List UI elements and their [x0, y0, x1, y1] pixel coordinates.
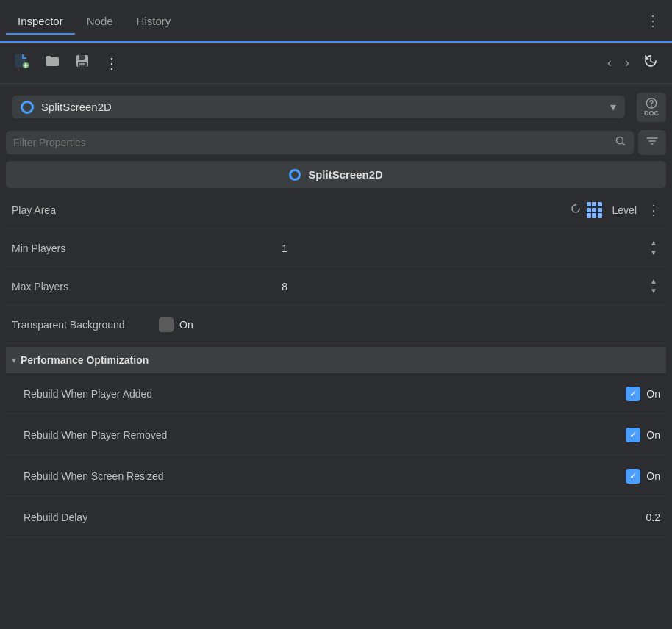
save-icon	[75, 54, 90, 72]
grid-dot	[587, 213, 591, 218]
max-players-value	[159, 281, 647, 292]
min-players-down-button[interactable]: ▼	[647, 248, 660, 257]
check-icon: ✓	[629, 430, 637, 439]
open-button[interactable]	[40, 51, 65, 74]
node-circle-icon	[21, 101, 34, 114]
nav-forward-button[interactable]: ›	[621, 52, 634, 73]
history-button[interactable]	[638, 50, 663, 76]
new-scene-icon	[13, 53, 29, 73]
transparent-bg-value: On	[159, 317, 660, 332]
perf-chevron-icon: ▾	[12, 355, 16, 365]
play-area-label: Play Area	[12, 204, 56, 216]
grid-dot	[587, 208, 591, 212]
history-icon	[643, 53, 659, 73]
new-scene-button[interactable]	[9, 50, 34, 76]
save-button[interactable]	[71, 51, 94, 75]
svg-rect-3	[79, 55, 85, 60]
filter-bar	[6, 130, 666, 155]
properties-panel: SplitScreen2D Play Area Le	[6, 161, 666, 538]
grid-dot	[598, 208, 602, 212]
section-header: SplitScreen2D	[6, 161, 666, 188]
rebuild-screen-resized-label: Rebuild When Screen Resized	[24, 470, 626, 482]
rebuild-player-added-on-label: On	[646, 388, 660, 400]
max-players-up-button[interactable]: ▲	[647, 277, 660, 286]
section-circle-icon	[289, 169, 301, 181]
min-players-value	[159, 242, 647, 254]
play-area-reset-icon[interactable]	[569, 202, 582, 218]
svg-rect-5	[79, 63, 85, 65]
toolbar-more-icon: ⋮	[104, 54, 119, 72]
play-area-row: Play Area Level ⋮	[6, 191, 666, 229]
grid-dot	[587, 202, 591, 206]
performance-section-header[interactable]: ▾ Performance Optimization	[6, 347, 666, 373]
tab-node[interactable]: Node	[75, 9, 125, 35]
nav-back-button[interactable]: ‹	[603, 52, 616, 73]
min-players-up-button[interactable]: ▲	[647, 239, 660, 248]
grid-dot	[592, 202, 596, 206]
node-chevron-icon: ▾	[610, 100, 616, 114]
rebuild-delay-row: Rebuild Delay	[6, 497, 666, 538]
rebuild-delay-label: Rebuild Delay	[24, 511, 532, 523]
rebuild-player-removed-checkbox[interactable]: ✓	[626, 428, 640, 442]
max-players-label: Max Players	[12, 281, 159, 292]
node-selector-row: SplitScreen2D ▾ DOC	[6, 90, 666, 124]
check-icon: ✓	[629, 389, 637, 398]
rebuild-screen-resized-on-label: On	[646, 470, 660, 482]
rebuild-screen-resized-row: Rebuild When Screen Resized ✓ On	[6, 456, 666, 497]
transparent-bg-on-label: On	[179, 319, 193, 331]
filter-input[interactable]	[13, 137, 609, 148]
tab-bar: Inspector Node History ⋮	[0, 0, 672, 43]
tab-inspector[interactable]: Inspector	[6, 9, 75, 35]
play-area-level-label: Level	[612, 204, 637, 216]
node-label: SplitScreen2D	[41, 101, 603, 113]
play-area-grid-icon[interactable]	[587, 202, 602, 218]
filter-input-wrap	[6, 131, 634, 154]
rebuild-player-removed-label: Rebuild When Player Removed	[24, 429, 626, 441]
perf-title: Performance Optimization	[21, 354, 149, 366]
folder-icon	[44, 54, 60, 71]
filter-settings-button[interactable]	[638, 130, 666, 155]
play-area-more-icon[interactable]: ⋮	[647, 202, 660, 218]
doc-label: DOC	[644, 110, 659, 118]
rebuild-player-removed-on-label: On	[646, 429, 660, 441]
rebuild-screen-resized-checkbox[interactable]: ✓	[626, 469, 640, 484]
search-icon	[615, 135, 626, 150]
min-players-label: Min Players	[12, 242, 159, 254]
grid-dot	[598, 202, 602, 206]
rebuild-player-added-checkbox[interactable]: ✓	[626, 387, 640, 401]
tab-history[interactable]: History	[125, 9, 183, 35]
doc-button[interactable]: DOC	[637, 93, 666, 122]
tab-more-icon[interactable]: ⋮	[640, 9, 666, 32]
rebuild-player-removed-row: Rebuild When Player Removed ✓ On	[6, 414, 666, 456]
toolbar: ⋮ ‹ ›	[0, 43, 672, 84]
svg-point-7	[651, 105, 652, 107]
min-players-row: Min Players ▲ ▼	[6, 229, 666, 267]
rebuild-delay-value	[532, 511, 660, 523]
min-players-spinner: ▲ ▼	[647, 239, 660, 257]
check-icon: ✓	[629, 471, 637, 481]
max-players-input[interactable]	[159, 281, 287, 292]
play-area-controls: Level ⋮	[569, 202, 660, 218]
transparent-bg-label: Transparent Background	[12, 319, 159, 331]
node-selector[interactable]: SplitScreen2D ▾	[12, 96, 625, 118]
max-players-row: Max Players ▲ ▼	[6, 267, 666, 306]
transparent-bg-checkbox[interactable]	[159, 317, 174, 332]
max-players-spinner: ▲ ▼	[647, 277, 660, 295]
section-title: SplitScreen2D	[308, 168, 383, 181]
min-players-input[interactable]	[159, 242, 287, 254]
toolbar-right: ‹ ›	[603, 50, 663, 76]
toolbar-more-button[interactable]: ⋮	[100, 51, 124, 75]
transparent-bg-row: Transparent Background On	[6, 306, 666, 344]
grid-dot	[592, 208, 596, 212]
rebuild-player-removed-value: ✓ On	[626, 428, 660, 442]
rebuild-screen-resized-value: ✓ On	[626, 469, 660, 484]
rebuild-player-added-value: ✓ On	[626, 387, 660, 401]
rebuild-player-added-row: Rebuild When Player Added ✓ On	[6, 373, 666, 414]
rebuild-delay-input[interactable]	[532, 511, 660, 523]
rebuild-player-added-label: Rebuild When Player Added	[24, 388, 626, 400]
grid-dot	[592, 213, 596, 218]
max-players-down-button[interactable]: ▼	[647, 287, 660, 295]
grid-dot	[598, 213, 602, 218]
